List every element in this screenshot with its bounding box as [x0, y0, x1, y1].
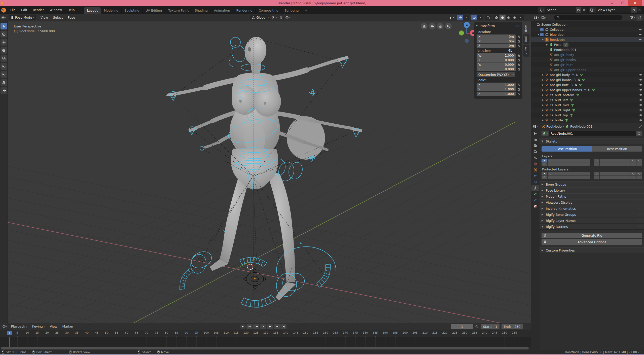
- eye-icon[interactable]: [639, 78, 642, 82]
- layer-toggle[interactable]: [630, 172, 636, 175]
- scene-unlink-icon[interactable]: ✕: [581, 7, 587, 13]
- viewport-menu-pose[interactable]: Pose: [65, 14, 78, 21]
- layer-toggle[interactable]: [560, 162, 566, 166]
- properties-tab-physics[interactable]: [531, 173, 539, 179]
- advanced-options-button[interactable]: Advanced Options: [542, 239, 642, 245]
- layer-toggle[interactable]: [554, 162, 560, 166]
- workspace-tab-animation[interactable]: Animation: [211, 7, 233, 14]
- properties-editor-type-icon[interactable]: ▾: [533, 125, 538, 128]
- new-collection-button[interactable]: [636, 15, 642, 21]
- outliner-row[interactable]: ▶cs_butte: [531, 118, 644, 123]
- layer-toggle[interactable]: [548, 172, 553, 175]
- layer-toggle[interactable]: [612, 162, 618, 166]
- data-name-field[interactable]: RootNode.001: [549, 131, 636, 136]
- meshdata-icon[interactable]: [565, 119, 568, 122]
- layer-toggle[interactable]: [578, 175, 584, 179]
- outliner-row[interactable]: Scene Collection: [531, 22, 644, 27]
- current-frame-indicator[interactable]: 1: [7, 331, 12, 335]
- expander-icon[interactable]: ▶: [541, 104, 545, 106]
- meshdata-icon[interactable]: [570, 114, 573, 117]
- current-frame-field[interactable]: 1: [451, 324, 473, 329]
- workspace-tab-rendering[interactable]: Rendering: [233, 7, 256, 14]
- rotation-x-field[interactable]: X:0.000: [477, 58, 520, 62]
- outliner-filter-mode-dropdown[interactable]: ▾: [540, 15, 548, 21]
- rotation-y-field[interactable]: Y:0.000: [477, 62, 520, 67]
- layer-toggle[interactable]: [624, 159, 630, 162]
- eye-icon[interactable]: [639, 73, 642, 77]
- properties-tab-tool[interactable]: [531, 131, 539, 137]
- lock-icon[interactable]: [517, 83, 520, 86]
- modifier-icon[interactable]: [578, 78, 581, 82]
- workspace-tab-texture-paint[interactable]: Texture Paint: [165, 7, 192, 14]
- timeline-menu-view[interactable]: View: [47, 323, 60, 330]
- expander-icon[interactable]: ▼: [537, 33, 540, 36]
- lock-icon[interactable]: [517, 63, 520, 66]
- generate-rig-button[interactable]: Generate Rig: [542, 233, 642, 238]
- editor-type-timeline-icon[interactable]: ▾: [1, 324, 9, 330]
- layer-toggle[interactable]: [636, 175, 642, 179]
- measure-tool[interactable]: [1, 79, 7, 86]
- eye-icon[interactable]: [639, 93, 642, 97]
- timeline-ruler[interactable]: 1 51015202530354045505560657075808590951…: [0, 330, 531, 337]
- outliner-row[interactable]: ant girl body: [531, 52, 644, 57]
- layer-toggle[interactable]: [578, 172, 584, 175]
- layer-toggle[interactable]: [630, 159, 636, 162]
- expander-icon[interactable]: ▶: [545, 43, 549, 46]
- layer-toggle[interactable]: [584, 159, 590, 162]
- scene-selector[interactable]: ▾ Scene ✕: [538, 7, 587, 13]
- layer-toggle[interactable]: [542, 162, 547, 166]
- properties-tab-render[interactable]: [531, 137, 539, 143]
- properties-tab-bone[interactable]: [531, 191, 539, 197]
- annotate-tool[interactable]: [1, 71, 7, 78]
- properties-tab-texture[interactable]: [531, 203, 539, 209]
- properties-tab-view-layer[interactable]: [531, 149, 539, 155]
- layer-toggle[interactable]: [584, 175, 590, 179]
- rotation-w-field[interactable]: W:1.000: [477, 53, 520, 58]
- layer-toggle[interactable]: [606, 162, 612, 166]
- meshdata-icon[interactable]: [576, 93, 580, 97]
- properties-tab-object[interactable]: [531, 167, 539, 173]
- workspace-tab-scripting[interactable]: Scripting: [282, 7, 302, 14]
- layer-toggle[interactable]: [600, 175, 605, 179]
- layer-toggle[interactable]: [560, 172, 566, 175]
- menu-window[interactable]: Window: [47, 6, 65, 14]
- layer-toggle[interactable]: [612, 159, 618, 162]
- properties-tab-output[interactable]: [531, 143, 539, 149]
- layer-toggle[interactable]: [548, 175, 553, 179]
- layer-toggle[interactable]: [554, 172, 560, 175]
- overlays-toggle[interactable]: [471, 15, 477, 20]
- location-z-field[interactable]: Z:0m: [477, 44, 520, 48]
- proportional-edit-icon[interactable]: ▾: [284, 15, 292, 21]
- layer-toggle[interactable]: [566, 159, 572, 162]
- scale-z-field[interactable]: Z:1.000: [477, 92, 520, 96]
- layer-toggle[interactable]: [548, 162, 553, 166]
- rotate-tool[interactable]: [1, 47, 7, 54]
- gizmo-toggle[interactable]: [457, 15, 463, 20]
- rotation-z-field[interactable]: Z:0.000: [477, 67, 520, 71]
- expander-icon[interactable]: ▶: [541, 84, 545, 86]
- eye-icon[interactable]: [639, 98, 642, 102]
- rigify-bone-groups-panel-header[interactable]: ▶Rigify Bone Groups::::: [540, 211, 644, 218]
- orientation-gizmo[interactable]: Z X: [445, 21, 475, 49]
- root-bone-gizmo[interactable]: [243, 268, 266, 290]
- layer-toggle[interactable]: [624, 175, 630, 179]
- scale-tool[interactable]: [1, 55, 7, 62]
- eye-icon[interactable]: [639, 33, 642, 36]
- layer-toggle[interactable]: [566, 175, 572, 179]
- shading-material-button[interactable]: [506, 15, 512, 20]
- layer-toggle[interactable]: [572, 159, 578, 162]
- modifier-icon[interactable]: [588, 88, 591, 92]
- orientation-dropdown[interactable]: Global▾: [250, 15, 270, 20]
- play-button[interactable]: [267, 324, 273, 329]
- lock-icon[interactable]: [517, 44, 520, 47]
- layer-toggle[interactable]: [572, 175, 578, 179]
- scene-copy-icon[interactable]: [576, 7, 581, 13]
- outliner-display-mode-dropdown[interactable]: ▾: [532, 15, 540, 21]
- layer-toggle[interactable]: [600, 162, 605, 166]
- layer-toggle[interactable]: [624, 162, 630, 166]
- outliner-row[interactable]: ▶cs_butt_left: [531, 97, 644, 102]
- snap-magnet-icon[interactable]: [278, 15, 284, 21]
- menu-edit[interactable]: Edit: [18, 6, 30, 14]
- outliner-row[interactable]: ▶ant girl boobs: [531, 77, 644, 82]
- meshdata-icon[interactable]: [571, 103, 574, 107]
